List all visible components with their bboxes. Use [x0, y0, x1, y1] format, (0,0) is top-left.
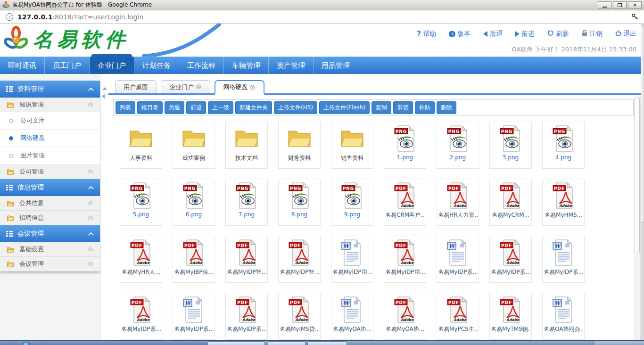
file-item[interactable]: PDF Adobe 名易MyIBP保... [173, 236, 215, 283]
file-item[interactable]: PDF Adobe 名易MyPCS生... [437, 293, 479, 340]
logout-link[interactable]: 注销 [582, 29, 603, 38]
back-button[interactable]: 后退 [165, 101, 184, 114]
sidebar-folder-meeting-mgmt[interactable]: 会议管理 [0, 257, 100, 271]
tab-network-disk[interactable]: 网络硬盘 ⊗ [215, 80, 265, 95]
taskbar-button[interactable] [268, 341, 305, 345]
forward-link[interactable]: 前进 [515, 29, 535, 38]
sidebar-item-company-library[interactable]: 公司文库 [0, 112, 100, 130]
file-item[interactable]: PDF Adobe 名易CRM客户... [384, 179, 426, 226]
folder-item[interactable]: 技术文档 [225, 122, 268, 169]
file-item[interactable]: PNG 6.png [173, 179, 215, 226]
folder-item[interactable]: 成功案例 [173, 122, 215, 169]
nav-item-enterprise-portal[interactable]: 企业门户 [90, 57, 134, 74]
file-item[interactable]: PDF Adobe 名易HR人力资... [437, 179, 479, 226]
collapse-up-icon[interactable] [102, 87, 107, 90]
taskbar-button[interactable] [307, 341, 347, 345]
sidebar-item-image-mgmt[interactable]: 图片管理 [0, 147, 100, 164]
cut-button[interactable]: 剪切 [393, 101, 413, 114]
sidebar-group-data-mgmt[interactable]: 资料管理 [0, 81, 100, 98]
upload-flash-button[interactable]: 上传文件(Flash) [319, 101, 370, 114]
key-icon[interactable] [631, 13, 638, 20]
back-link[interactable]: 后退 [483, 29, 503, 38]
file-item[interactable]: PDF Adobe 名易MyTMS物... [489, 293, 532, 340]
sidebar-folder-public-info[interactable]: 公共信息 [0, 196, 100, 211]
help-link[interactable]: ?帮助 [417, 29, 436, 38]
forward-button[interactable]: 前进 [186, 101, 206, 114]
page-scrollbar[interactable] [641, 24, 644, 345]
close-tab-icon[interactable]: ⊗ [196, 83, 202, 90]
file-item[interactable]: W 名易MyIDP系... [173, 293, 215, 340]
version-link[interactable]: i版本 [449, 29, 471, 38]
file-item[interactable]: W 名易MyIDP用... [331, 236, 373, 283]
nav-item-asset-mgmt[interactable]: 资产管理 [269, 57, 314, 74]
exit-link[interactable]: 退出 [615, 29, 636, 38]
file-item[interactable]: PDF Adobe 名易MyIDP系... [225, 293, 268, 340]
minimize-button[interactable] [598, 1, 611, 9]
app-logo-icon [2, 1, 10, 9]
nav-item-supplies-mgmt[interactable]: 用品管理 [314, 57, 358, 74]
root-dir-button[interactable]: 根目录 [137, 101, 163, 114]
file-item[interactable]: PDF Adobe 名易MyIDP智... [225, 236, 268, 283]
sidebar-folder-company-mgmt[interactable]: 公司管理 [0, 164, 100, 179]
file-item[interactable]: PDF Adobe 名易MyIDP系... [489, 236, 532, 283]
delete-button[interactable]: 删除 [437, 101, 456, 114]
scrollbar-thumb[interactable] [635, 98, 640, 253]
sidebar-splitter[interactable] [100, 74, 108, 344]
file-item[interactable]: PNG 5.png [120, 179, 162, 226]
file-item[interactable]: W 名易OA协同办... [542, 293, 585, 340]
folder-item[interactable]: 财务资料 [278, 122, 321, 169]
taskbar-button[interactable] [207, 341, 265, 345]
content-scrollbar[interactable] [634, 97, 641, 340]
sidebar-folder-recruit-info[interactable]: 招聘信息 [0, 211, 100, 225]
folder-item[interactable]: 人事资料 [120, 122, 162, 169]
file-item[interactable]: PDF Adobe 名易MyIMS贷... [278, 293, 321, 340]
nav-item-im[interactable]: 即时通讯 [0, 57, 45, 74]
paste-button[interactable]: 粘贴 [415, 101, 435, 114]
maximize-button[interactable] [613, 1, 627, 9]
sidebar-folder-basic-settings[interactable]: 基础设置 [0, 242, 100, 257]
nav-item-employee-portal[interactable]: 员工门户 [45, 57, 90, 74]
file-item[interactable]: PNG 8.png [278, 179, 321, 226]
nav-item-vehicle-mgmt[interactable]: 车辆管理 [224, 57, 269, 74]
collapse-left-icon[interactable] [102, 94, 105, 99]
url-text[interactable]: 127.0.0.1:8018/?act=userLogin.login [17, 13, 143, 21]
tab-user-desktop[interactable]: 用户桌面 [115, 80, 157, 93]
file-item[interactable]: PNG 3.png [489, 122, 532, 169]
tab-enterprise-portal[interactable]: 企业门户 ⊗ [161, 80, 210, 93]
new-folder-button[interactable]: 新建文件夹 [235, 101, 272, 114]
file-item[interactable]: PNG 9.png [331, 179, 373, 226]
upload-h5-button[interactable]: 上传文件(H5) [274, 101, 317, 114]
address-bar[interactable]: i 127.0.0.1:8018/?act=userLogin.login [0, 10, 644, 24]
file-item[interactable]: PDF Adobe 名易MyIDP智... [278, 236, 321, 283]
nav-item-plan-task[interactable]: 计划任务 [134, 57, 179, 74]
close-tab-icon[interactable]: ⊗ [250, 84, 256, 91]
file-item[interactable]: PNG 7.png [225, 179, 268, 226]
file-item[interactable]: PNG 2.png [437, 122, 479, 169]
list-view-button[interactable]: 列表 [116, 101, 135, 114]
file-item[interactable]: W 名易MyOA协... [331, 293, 373, 340]
file-item[interactable]: W 名易MyIDP系... [437, 236, 479, 283]
close-button[interactable]: × [628, 1, 642, 9]
windows-taskbar[interactable] [0, 340, 644, 345]
file-item[interactable]: PDF Adobe 名易MyCRM... [489, 179, 532, 226]
file-item[interactable]: PNG 4.png [542, 122, 585, 169]
sidebar-group-meeting-mgmt[interactable]: 会议管理 [0, 225, 100, 242]
file-item[interactable]: PNG 1.png [384, 122, 426, 169]
file-item[interactable]: PDF Adobe 名易MyHR人... [120, 236, 162, 283]
file-item[interactable]: PDF Adobe 名易MyIDP系... [120, 293, 162, 340]
up-level-button[interactable]: 上一级 [208, 101, 233, 114]
refresh-link[interactable]: 刷新 [547, 29, 569, 38]
sidebar-item-network-disk[interactable]: 网络硬盘 [0, 130, 100, 147]
copy-button[interactable]: 复制 [372, 101, 391, 114]
file-item[interactable]: PDF Adobe 名易MyHMS... [542, 179, 585, 226]
file-item[interactable]: PDF Adobe 名易MyOA协... [384, 293, 426, 340]
nav-item-workflow[interactable]: 工作流程 [179, 57, 224, 74]
scrollbar-thumb[interactable] [641, 25, 644, 223]
sidebar-group-info-mgmt[interactable]: 信息管理 [0, 179, 100, 196]
file-item[interactable]: W 名易MyIDP系... [542, 236, 585, 283]
page-info-icon[interactable]: i [6, 13, 13, 21]
svg-text:PDF: PDF [396, 243, 406, 248]
sidebar-folder-knowledge-mgmt[interactable]: 知识管理 [0, 98, 100, 112]
folder-item[interactable]: 销售资料 [331, 122, 373, 169]
file-item[interactable]: PDF Adobe 名易MyIDP用... [384, 236, 426, 283]
